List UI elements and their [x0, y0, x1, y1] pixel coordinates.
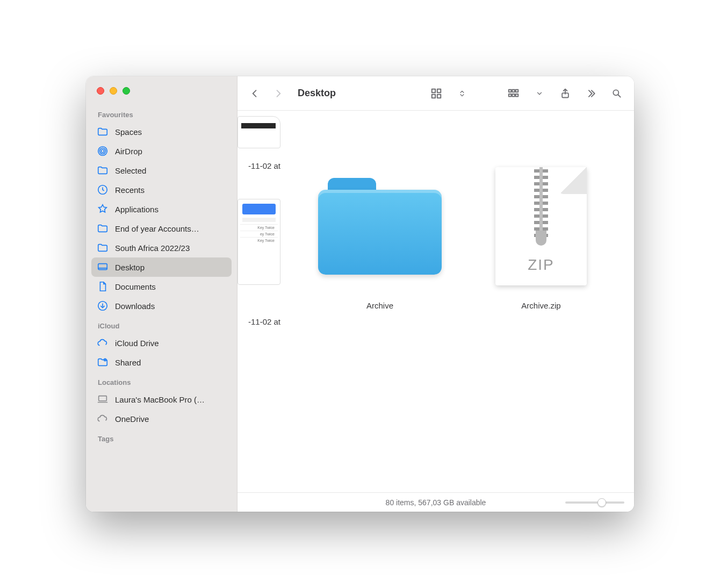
zoom-slider-knob[interactable] [597, 498, 606, 507]
forward-button[interactable] [271, 86, 286, 101]
share-button[interactable] [558, 86, 573, 101]
sidebar-item-applications[interactable]: Applications [91, 199, 232, 219]
file-label: Archive.zip [521, 301, 560, 312]
airdrop-icon [97, 145, 109, 157]
sidebar-section-locations: Locations [86, 372, 237, 390]
sidebar-item-recents[interactable]: Recents [91, 180, 232, 199]
file-label: -11-02 at [248, 161, 280, 172]
back-button[interactable] [247, 86, 262, 101]
folder-icon [318, 164, 442, 288]
sidebar-item-label: Recents [115, 185, 145, 195]
sidebar-item-label: Shared [115, 358, 141, 367]
sidebar-section-icloud: iCloud [86, 315, 237, 333]
clock-icon [97, 184, 109, 196]
minimize-window-button[interactable] [110, 87, 117, 95]
sidebar-item-airdrop[interactable]: AirDrop [91, 141, 232, 161]
sidebar-item-label: End of year Accounts… [115, 224, 199, 233]
download-icon [97, 300, 109, 312]
svg-point-0 [101, 149, 104, 153]
sidebar-item-label: Selected [115, 166, 146, 175]
folder-icon [97, 164, 109, 176]
folder-icon [97, 242, 109, 254]
document-icon [97, 281, 109, 292]
zip-badge: ZIP [495, 256, 587, 274]
window-title: Desktop [298, 88, 336, 99]
group-button[interactable] [506, 86, 521, 101]
sidebar-item-label: Desktop [115, 263, 145, 272]
folder-icon [97, 223, 109, 234]
main-pane: Desktop -11-02 at [237, 76, 634, 512]
fullscreen-window-button[interactable] [123, 87, 130, 95]
sidebar-item-selected[interactable]: Selected [91, 161, 232, 180]
laptop-icon [97, 393, 109, 405]
cloud-icon [97, 413, 109, 425]
svg-rect-10 [432, 94, 435, 97]
status-bar: 80 items, 567,03 GB available [237, 492, 634, 512]
sidebar-item-label: Documents [115, 282, 156, 291]
svg-rect-8 [432, 89, 435, 92]
folder-icon [97, 126, 109, 138]
sidebar-list-locations: Laura's MacBook Pro (… OneDrive [86, 390, 237, 428]
view-mode-button[interactable] [429, 86, 444, 101]
sidebar-item-label: Downloads [115, 302, 155, 311]
zoom-slider[interactable] [565, 501, 624, 504]
svg-point-1 [100, 148, 106, 154]
file-thumbnail: Key Twice ey Twice Key Twice [237, 199, 280, 285]
sidebar-item-downloads[interactable]: Downloads [91, 296, 232, 315]
svg-rect-4 [98, 264, 107, 270]
file-label: Archive [366, 301, 393, 312]
toolbar: Desktop [237, 76, 634, 111]
sidebar-item-shared[interactable]: Shared [91, 353, 232, 372]
sidebar-item-documents[interactable]: Documents [91, 277, 232, 296]
sidebar-section-tags: Tags [86, 428, 237, 446]
close-window-button[interactable] [97, 87, 104, 95]
finder-window: Favourites Spaces AirDrop Selected Recen… [86, 76, 634, 512]
shared-folder-icon [97, 356, 109, 368]
sidebar-item-label: Applications [115, 205, 159, 214]
up-down-icon[interactable] [455, 86, 470, 101]
sidebar-item-label: AirDrop [115, 147, 142, 156]
sidebar-item-label: South Africa 2022/23 [115, 243, 190, 253]
svg-rect-17 [516, 94, 519, 96]
svg-rect-9 [437, 89, 441, 92]
chevron-down-icon[interactable] [532, 86, 547, 101]
search-button[interactable] [609, 86, 624, 101]
svg-rect-7 [99, 396, 107, 401]
file-thumbnail [237, 116, 280, 148]
file-item-archive-zip[interactable]: ZIP Archive.zip [479, 116, 603, 312]
zip-file-icon: ZIP [479, 164, 603, 288]
sidebar-list-icloud: iCloud Drive Shared [86, 333, 237, 372]
desktop-icon [97, 261, 109, 273]
sidebar-item-macbook[interactable]: Laura's MacBook Pro (… [91, 390, 232, 409]
sidebar-item-label: Laura's MacBook Pro (… [115, 395, 205, 404]
file-item-partial-left[interactable]: -11-02 at Key Twice ey Twice Key Twice -… [237, 116, 280, 328]
applications-icon [97, 203, 109, 215]
svg-rect-12 [509, 89, 512, 92]
svg-rect-14 [516, 89, 519, 92]
sidebar-section-favourites: Favourites [86, 104, 237, 122]
more-button[interactable] [584, 86, 599, 101]
sidebar-item-accounts[interactable]: End of year Accounts… [91, 219, 232, 238]
sidebar: Favourites Spaces AirDrop Selected Recen… [86, 76, 237, 512]
sidebar-item-south-africa[interactable]: South Africa 2022/23 [91, 238, 232, 257]
cloud-icon [97, 337, 109, 349]
svg-point-19 [613, 90, 618, 95]
sidebar-item-label: OneDrive [115, 414, 149, 424]
file-grid[interactable]: -11-02 at Key Twice ey Twice Key Twice -… [237, 111, 634, 492]
sidebar-item-label: Spaces [115, 127, 142, 137]
window-controls [86, 84, 237, 104]
svg-rect-15 [509, 94, 512, 96]
status-text: 80 items, 567,03 GB available [386, 498, 486, 507]
sidebar-list-favourites: Spaces AirDrop Selected Recents Applicat… [86, 122, 237, 315]
svg-rect-13 [512, 89, 515, 92]
svg-rect-16 [512, 94, 515, 96]
sidebar-item-icloud-drive[interactable]: iCloud Drive [91, 333, 232, 353]
toolbar-group-right [429, 86, 624, 101]
file-label: -11-02 at [248, 317, 280, 328]
sidebar-item-desktop[interactable]: Desktop [91, 257, 232, 277]
file-item-archive-folder[interactable]: Archive [318, 116, 442, 312]
sidebar-item-onedrive[interactable]: OneDrive [91, 409, 232, 428]
sidebar-item-spaces[interactable]: Spaces [91, 122, 232, 141]
sidebar-item-label: iCloud Drive [115, 339, 159, 348]
svg-rect-11 [437, 94, 441, 97]
